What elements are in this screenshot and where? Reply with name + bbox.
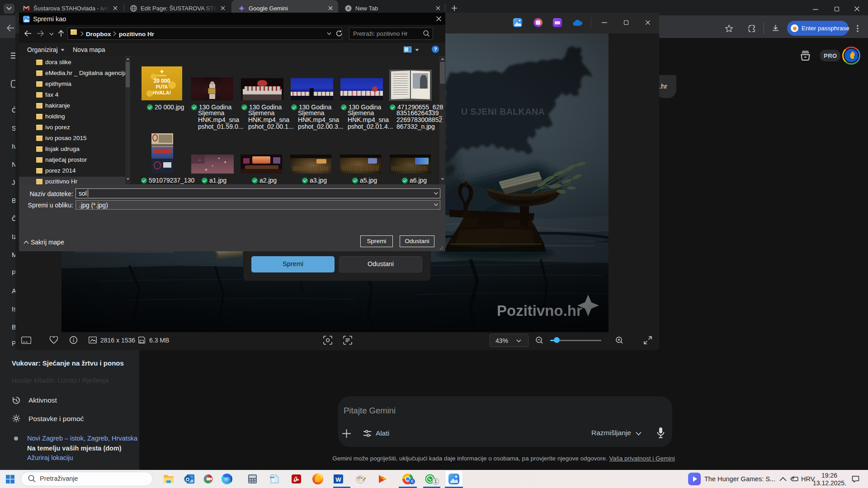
svg-text:O: O	[186, 477, 190, 482]
svg-text:W: W	[335, 476, 341, 483]
